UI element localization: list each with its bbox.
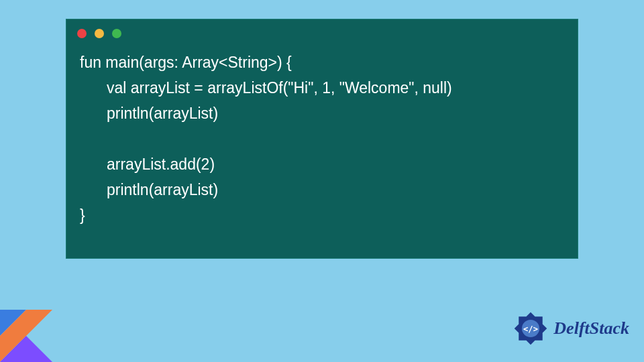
window-controls — [66, 19, 578, 44]
minimize-dot-icon — [95, 29, 104, 38]
svg-text:</>: </> — [523, 324, 538, 334]
code-line: val arrayList = arrayListOf("Hi", 1, "We… — [107, 79, 452, 97]
kotlin-logo-icon — [0, 310, 52, 362]
code-line: fun main(args: Array<String>) { — [80, 54, 292, 71]
code-block: fun main(args: Array<String>) { val arra… — [66, 44, 578, 235]
close-dot-icon — [77, 29, 87, 38]
code-line: println(arrayList) — [107, 181, 218, 198]
brand-name: DelftStack — [553, 318, 629, 339]
code-line: arrayList.add(2) — [107, 156, 215, 173]
brand-watermark: </> DelftStack — [512, 310, 629, 347]
code-line: } — [80, 206, 85, 224]
code-line: println(arrayList) — [107, 105, 218, 122]
code-window: fun main(args: Array<String>) { val arra… — [66, 19, 578, 259]
maximize-dot-icon — [112, 29, 121, 38]
delftstack-logo-icon: </> — [512, 310, 549, 347]
